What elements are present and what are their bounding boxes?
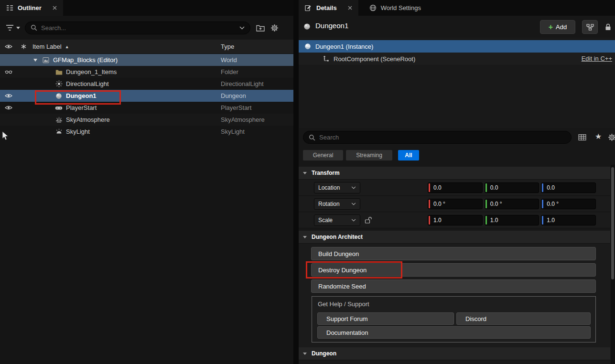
type-column-header[interactable]: Type bbox=[221, 43, 234, 50]
folder-icon bbox=[54, 69, 64, 75]
directional-light-icon bbox=[54, 80, 64, 87]
location-y-field[interactable]: 0.0 bbox=[485, 182, 539, 193]
rotation-x-field[interactable]: 0.0 ° bbox=[428, 199, 483, 209]
tab-details[interactable]: Details bbox=[299, 0, 358, 16]
settings-gear-icon[interactable] bbox=[270, 24, 279, 32]
favorites-star-icon[interactable]: ★ bbox=[595, 133, 602, 140]
outliner-row-player-start[interactable]: PlayerStart PlayerStart bbox=[0, 102, 293, 114]
randomize-seed-button[interactable]: Randomize Seed bbox=[311, 279, 596, 293]
section-header-dungeon-architect[interactable]: Dungeon Architect bbox=[299, 231, 610, 244]
outliner-row-directional-light[interactable]: DirectionalLight DirectionalLight bbox=[0, 78, 293, 90]
filter-caret-icon[interactable] bbox=[16, 27, 20, 29]
outliner-row-world[interactable]: GFMap_Blocks (Editor) World bbox=[0, 54, 293, 66]
outliner-tab-bar: Outliner bbox=[0, 0, 293, 16]
outliner-row-sky-atmosphere[interactable]: SkyAtmosphere SkyAtmosphere bbox=[0, 114, 293, 126]
destroy-dungeon-button[interactable]: Destroy Dungeon bbox=[311, 263, 596, 277]
eye-icon[interactable] bbox=[0, 93, 17, 98]
close-icon[interactable] bbox=[53, 6, 57, 10]
outliner-row-folder[interactable]: Dungeon_1_Items Folder bbox=[0, 66, 293, 78]
filter-chip-streaming[interactable]: Streaming bbox=[346, 150, 392, 161]
details-scrollbar bbox=[611, 165, 615, 364]
component-row-label: Dungeon1 (Instance) bbox=[315, 43, 373, 50]
outliner-search-box[interactable] bbox=[25, 21, 250, 34]
eye-icon[interactable] bbox=[0, 105, 17, 110]
component-row-label: RootComponent (SceneRoot) bbox=[334, 55, 415, 63]
plus-icon: + bbox=[549, 23, 553, 31]
create-folder-icon[interactable] bbox=[256, 24, 265, 32]
scene-root-icon bbox=[323, 55, 329, 62]
section-header-transform[interactable]: Transform bbox=[299, 167, 610, 180]
world-icon bbox=[41, 57, 51, 64]
actor-sphere-icon bbox=[303, 23, 311, 30]
scale-x-field[interactable]: 1.0 bbox=[428, 215, 483, 225]
scrollbar-thumb[interactable] bbox=[611, 167, 614, 279]
rotation-y-field[interactable]: 0.0 ° bbox=[485, 199, 539, 209]
hidden-glasses-icon[interactable] bbox=[0, 70, 17, 74]
row-label: Dungeon1 bbox=[66, 92, 97, 99]
details-header: Dungeon1 + Add bbox=[299, 16, 615, 37]
filter-icon[interactable] bbox=[6, 24, 14, 31]
dungeon-sphere-icon bbox=[54, 93, 64, 99]
pinned-column-icon[interactable] bbox=[17, 44, 30, 49]
edit-in-cpp-link[interactable]: Edit in C++ bbox=[582, 55, 612, 62]
details-tab-bar: Details World Settings bbox=[299, 0, 615, 16]
chevron-down-icon bbox=[351, 203, 356, 205]
row-type: Dungeon bbox=[221, 92, 246, 99]
player-start-icon bbox=[54, 105, 64, 111]
location-z-field[interactable]: 0.0 bbox=[541, 182, 596, 193]
search-options-chevron-icon[interactable] bbox=[239, 26, 245, 30]
property-label: Scale bbox=[318, 217, 333, 224]
sort-ascending-icon: ▲ bbox=[65, 44, 69, 49]
filter-chip-all[interactable]: All bbox=[398, 150, 419, 161]
tab-world-settings[interactable]: World Settings bbox=[363, 0, 427, 16]
row-label: SkyAtmosphere bbox=[66, 116, 110, 123]
details-search-input[interactable] bbox=[319, 134, 566, 141]
close-icon[interactable] bbox=[348, 6, 352, 10]
outliner-row-dungeon1[interactable]: Dungeon1 Dungeon bbox=[0, 90, 293, 102]
component-row-root[interactable]: RootComponent (SceneRoot) Edit in C++ bbox=[299, 53, 615, 65]
globe-icon bbox=[369, 4, 377, 11]
section-title: Transform bbox=[312, 170, 340, 176]
support-forum-button[interactable]: Support Forum bbox=[317, 312, 454, 325]
row-label: GFMap_Blocks (Editor) bbox=[53, 56, 118, 64]
outliner-search-input[interactable] bbox=[41, 24, 236, 32]
chevron-down-icon bbox=[351, 186, 356, 189]
section-header-dungeon[interactable]: Dungeon bbox=[299, 347, 610, 360]
row-type: DirectionalLight bbox=[221, 80, 264, 87]
row-label: DirectionalLight bbox=[66, 80, 109, 87]
dungeon-architect-body: Build Dungeon Destroy Dungeon Randomize … bbox=[299, 244, 610, 347]
scale-y-field[interactable]: 1.0 bbox=[485, 215, 539, 225]
location-x-field[interactable]: 0.0 bbox=[428, 182, 483, 193]
build-dungeon-button[interactable]: Build Dungeon bbox=[311, 247, 596, 260]
expand-arrow-icon[interactable] bbox=[33, 59, 41, 62]
get-help-group: Get Help / Support Support Forum Discord… bbox=[312, 296, 596, 343]
outliner-row-sky-light[interactable]: SkyLight SkyLight bbox=[0, 126, 293, 138]
scale-z-field[interactable]: 1.0 bbox=[541, 215, 596, 225]
discord-button[interactable]: Discord bbox=[456, 312, 591, 325]
rotation-z-field[interactable]: 0.0 ° bbox=[541, 199, 596, 209]
component-row-instance[interactable]: Dungeon1 (Instance) bbox=[299, 40, 615, 53]
row-type: SkyLight bbox=[221, 128, 245, 135]
display-grid-icon[interactable] bbox=[578, 134, 586, 141]
details-search-box[interactable] bbox=[303, 131, 572, 144]
section-title: Dungeon Architect bbox=[312, 234, 363, 240]
lock-icon[interactable] bbox=[605, 23, 611, 31]
item-label-column-header[interactable]: Item Label ▲ bbox=[30, 43, 69, 50]
add-component-button[interactable]: + Add bbox=[540, 20, 575, 34]
scale-mode-select[interactable]: Scale bbox=[314, 214, 360, 226]
documentation-button[interactable]: Documentation bbox=[317, 326, 591, 339]
row-label: SkyLight bbox=[66, 128, 90, 135]
component-hierarchy-button[interactable] bbox=[582, 20, 598, 34]
location-mode-select[interactable]: Location bbox=[314, 182, 360, 193]
tab-outliner[interactable]: Outliner bbox=[0, 0, 63, 16]
visibility-column-eye-icon[interactable] bbox=[0, 44, 17, 49]
property-row-rotation: Rotation 0.0 ° 0.0 ° 0.0 ° bbox=[299, 196, 610, 212]
row-type: World bbox=[221, 56, 237, 64]
details-settings-gear-icon[interactable] bbox=[608, 133, 615, 141]
filter-chip-general[interactable]: General bbox=[303, 150, 343, 161]
rotation-mode-select[interactable]: Rotation bbox=[314, 198, 360, 210]
unlocked-padlock-icon[interactable] bbox=[365, 216, 372, 224]
chevron-down-icon bbox=[351, 219, 356, 222]
sky-light-icon bbox=[54, 128, 64, 135]
outliner-icon bbox=[6, 5, 13, 11]
